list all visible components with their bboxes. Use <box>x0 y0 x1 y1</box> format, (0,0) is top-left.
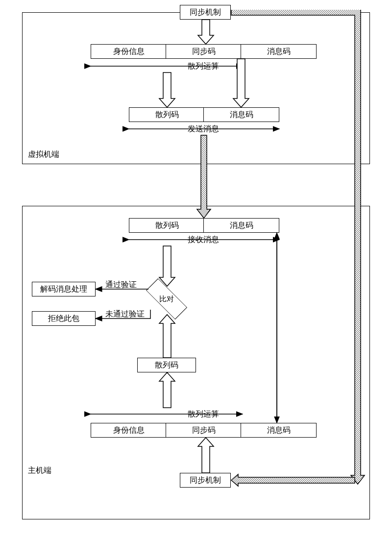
diagram-canvas: 同步机制 身份信息 同步码 消息码 散列运算 散列码 消息码 发送消息 虚拟机端… <box>10 10 382 530</box>
host-sync-code2: 同步码 <box>166 423 242 438</box>
vm-container <box>22 12 370 164</box>
host-container <box>22 206 370 519</box>
host-receive-message-label: 接收消息 <box>188 235 219 245</box>
vm-hash-op-label: 散列运算 <box>188 61 219 72</box>
host-compare-label: 比对 <box>146 286 187 312</box>
host-message-code: 消息码 <box>203 218 279 233</box>
host-pass-verify-label: 通过验证 <box>105 280 137 290</box>
host-compare-diamond: 比对 <box>146 286 187 312</box>
host-fail-verify-label: 未通过验证 <box>105 309 145 319</box>
vm-identity-info: 身份信息 <box>91 44 167 59</box>
host-sync-mechanism: 同步机制 <box>180 473 231 488</box>
vm-message-code2: 消息码 <box>203 107 279 122</box>
host-reject-packet: 拒绝此包 <box>32 311 96 326</box>
host-hash-code: 散列码 <box>129 218 205 233</box>
vm-message-code: 消息码 <box>241 44 317 59</box>
vm-sync-code: 同步码 <box>166 44 242 59</box>
host-hash-op-label: 散列运算 <box>188 409 219 419</box>
vm-send-message-label: 发送消息 <box>188 124 219 134</box>
host-hash-code2: 散列码 <box>137 358 196 372</box>
host-identity-info: 身份信息 <box>91 423 167 438</box>
host-message-code2: 消息码 <box>241 423 317 438</box>
host-side-label: 主机端 <box>28 466 51 476</box>
host-decode-msg: 解码消息处理 <box>32 282 96 296</box>
vm-sync-mechanism: 同步机制 <box>180 5 231 20</box>
vm-side-label: 虚拟机端 <box>28 149 59 160</box>
vm-hash-code: 散列码 <box>129 107 205 122</box>
